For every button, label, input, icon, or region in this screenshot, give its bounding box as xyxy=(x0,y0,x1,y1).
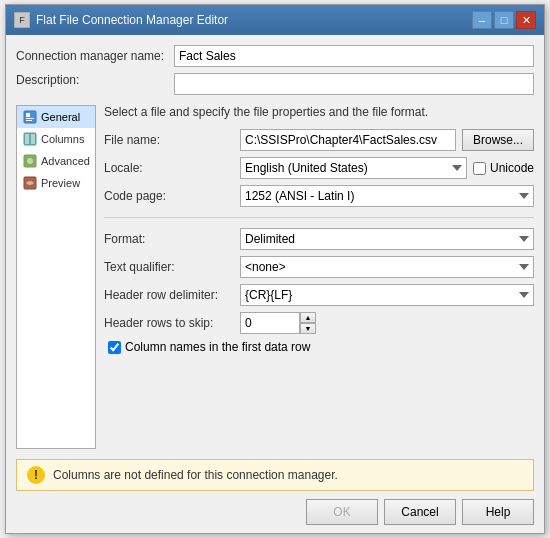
unicode-checkbox-wrap: Unicode xyxy=(473,161,534,175)
warning-text: Columns are not defined for this connect… xyxy=(53,468,338,482)
panel-header: Select a file and specify the file prope… xyxy=(104,105,534,119)
file-name-input[interactable] xyxy=(240,129,456,151)
format-label: Format: xyxy=(104,232,234,246)
column-names-label: Column names in the first data row xyxy=(125,340,310,354)
minimize-button[interactable]: – xyxy=(472,11,492,29)
sidebar-label-preview: Preview xyxy=(41,177,80,189)
header-rows-skip-row: Header rows to skip: ▲ ▼ xyxy=(104,312,534,334)
sidebar-label-general: General xyxy=(41,111,80,123)
connection-name-row: Connection manager name: xyxy=(16,45,534,67)
sidebar: General Columns Advanced xyxy=(16,105,96,449)
file-name-row: File name: Browse... xyxy=(104,129,534,151)
description-row: Description: xyxy=(16,73,534,95)
header-rows-skip-input[interactable] xyxy=(240,312,300,334)
title-controls: – □ ✕ xyxy=(472,11,536,29)
sidebar-item-columns[interactable]: Columns xyxy=(17,128,95,150)
inner-form: File name: Browse... Locale: English (Un… xyxy=(104,129,534,354)
title-bar: F Flat File Connection Manager Editor – … xyxy=(6,5,544,35)
column-names-row: Column names in the first data row xyxy=(104,340,534,354)
sidebar-item-general[interactable]: General xyxy=(17,106,95,128)
svg-rect-2 xyxy=(26,118,34,119)
close-button[interactable]: ✕ xyxy=(516,11,536,29)
file-name-label: File name: xyxy=(104,133,234,147)
columns-icon xyxy=(23,132,37,146)
text-qualifier-select[interactable]: <none> xyxy=(240,256,534,278)
description-input[interactable] xyxy=(174,73,534,95)
svg-point-8 xyxy=(27,158,33,164)
warning-icon: ! xyxy=(27,466,45,484)
warning-bar: ! Columns are not defined for this conne… xyxy=(16,459,534,491)
main-area: General Columns Advanced xyxy=(16,105,534,449)
svg-rect-1 xyxy=(26,113,30,117)
svg-rect-3 xyxy=(26,120,32,121)
window-title: Flat File Connection Manager Editor xyxy=(36,13,228,27)
sidebar-label-columns: Columns xyxy=(41,133,84,145)
column-names-checkbox[interactable] xyxy=(108,341,121,354)
connection-name-label: Connection manager name: xyxy=(16,49,166,63)
header-row-delimiter-label: Header row delimiter: xyxy=(104,288,234,302)
advanced-icon xyxy=(23,154,37,168)
spin-down-button[interactable]: ▼ xyxy=(300,323,316,334)
spinner-buttons: ▲ ▼ xyxy=(300,312,316,334)
title-bar-left: F Flat File Connection Manager Editor xyxy=(14,12,228,28)
preview-icon xyxy=(23,176,37,190)
format-row: Format: Delimited xyxy=(104,228,534,250)
browse-button[interactable]: Browse... xyxy=(462,129,534,151)
sidebar-item-advanced[interactable]: Advanced xyxy=(17,150,95,172)
main-window: F Flat File Connection Manager Editor – … xyxy=(5,4,545,534)
spinner-wrap: ▲ ▼ xyxy=(240,312,316,334)
general-icon xyxy=(23,110,37,124)
locale-select[interactable]: English (United States) xyxy=(240,157,467,179)
cancel-button[interactable]: Cancel xyxy=(384,499,456,525)
connection-name-input[interactable] xyxy=(174,45,534,67)
right-panel: Select a file and specify the file prope… xyxy=(104,105,534,449)
svg-rect-6 xyxy=(31,134,35,144)
button-row: OK Cancel Help xyxy=(6,491,544,533)
window-icon: F xyxy=(14,12,30,28)
code-page-select[interactable]: 1252 (ANSI - Latin I) xyxy=(240,185,534,207)
format-select[interactable]: Delimited xyxy=(240,228,534,250)
code-page-label: Code page: xyxy=(104,189,234,203)
code-page-row: Code page: 1252 (ANSI - Latin I) xyxy=(104,185,534,207)
header-rows-skip-label: Header rows to skip: xyxy=(104,316,234,330)
unicode-label: Unicode xyxy=(490,161,534,175)
svg-rect-5 xyxy=(25,134,29,144)
sidebar-label-advanced: Advanced xyxy=(41,155,90,167)
text-qualifier-row: Text qualifier: <none> xyxy=(104,256,534,278)
text-qualifier-label: Text qualifier: xyxy=(104,260,234,274)
help-button[interactable]: Help xyxy=(462,499,534,525)
sidebar-item-preview[interactable]: Preview xyxy=(17,172,95,194)
description-label: Description: xyxy=(16,73,166,87)
locale-label: Locale: xyxy=(104,161,234,175)
header-row-delimiter-select[interactable]: {CR}{LF} xyxy=(240,284,534,306)
divider1 xyxy=(104,217,534,218)
ok-button[interactable]: OK xyxy=(306,499,378,525)
locale-row: Locale: English (United States) Unicode xyxy=(104,157,534,179)
header-row-delimiter-row: Header row delimiter: {CR}{LF} xyxy=(104,284,534,306)
spin-up-button[interactable]: ▲ xyxy=(300,312,316,323)
content-area: Connection manager name: Description: Ge… xyxy=(6,35,544,459)
unicode-checkbox[interactable] xyxy=(473,162,486,175)
maximize-button[interactable]: □ xyxy=(494,11,514,29)
